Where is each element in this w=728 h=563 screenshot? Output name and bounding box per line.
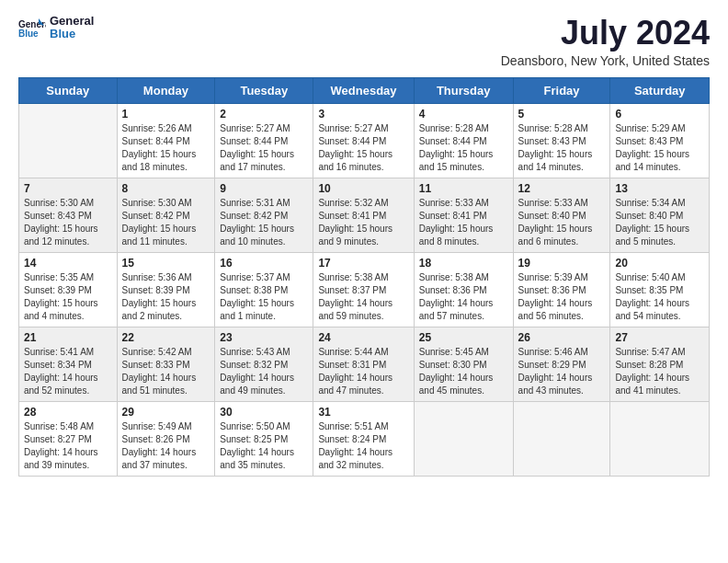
calendar-cell: 22Sunrise: 5:42 AM Sunset: 8:33 PM Dayli… xyxy=(117,327,215,401)
logo: General Blue General Blue xyxy=(18,15,94,41)
weekday-header-wednesday: Wednesday xyxy=(313,77,414,103)
day-info: Sunrise: 5:46 AM Sunset: 8:29 PM Dayligh… xyxy=(518,346,606,397)
day-number: 7 xyxy=(24,182,112,195)
day-info: Sunrise: 5:38 AM Sunset: 8:36 PM Dayligh… xyxy=(419,271,508,323)
day-info: Sunrise: 5:27 AM Sunset: 8:44 PM Dayligh… xyxy=(220,122,308,174)
location: Deansboro, New York, United States xyxy=(501,53,710,68)
day-number: 25 xyxy=(419,331,508,344)
svg-text:Blue: Blue xyxy=(18,29,39,39)
day-info: Sunrise: 5:26 AM Sunset: 8:44 PM Dayligh… xyxy=(122,122,210,174)
day-info: Sunrise: 5:33 AM Sunset: 8:40 PM Dayligh… xyxy=(518,197,606,248)
calendar-cell: 19Sunrise: 5:39 AM Sunset: 8:36 PM Dayli… xyxy=(513,252,610,327)
day-number: 2 xyxy=(220,108,308,121)
calendar-cell: 15Sunrise: 5:36 AM Sunset: 8:39 PM Dayli… xyxy=(117,252,215,327)
calendar-cell: 30Sunrise: 5:50 AM Sunset: 8:25 PM Dayli… xyxy=(215,401,313,476)
month-title: July 2024 xyxy=(501,15,710,52)
calendar-cell: 23Sunrise: 5:43 AM Sunset: 8:32 PM Dayli… xyxy=(215,327,313,401)
day-number: 6 xyxy=(615,108,704,121)
week-row-2: 7Sunrise: 5:30 AM Sunset: 8:43 PM Daylig… xyxy=(19,178,710,252)
calendar-cell: 26Sunrise: 5:46 AM Sunset: 8:29 PM Dayli… xyxy=(513,327,610,401)
calendar-cell xyxy=(513,401,610,476)
day-number: 11 xyxy=(419,182,508,195)
calendar-cell: 17Sunrise: 5:38 AM Sunset: 8:37 PM Dayli… xyxy=(313,252,414,327)
day-number: 1 xyxy=(122,108,210,121)
weekday-header-tuesday: Tuesday xyxy=(215,77,313,103)
calendar-cell: 7Sunrise: 5:30 AM Sunset: 8:43 PM Daylig… xyxy=(19,178,118,252)
day-number: 17 xyxy=(318,257,408,270)
day-number: 27 xyxy=(615,331,704,344)
calendar-cell: 31Sunrise: 5:51 AM Sunset: 8:24 PM Dayli… xyxy=(313,401,414,476)
day-number: 5 xyxy=(518,108,606,121)
day-info: Sunrise: 5:35 AM Sunset: 8:39 PM Dayligh… xyxy=(24,271,112,323)
day-number: 31 xyxy=(318,406,408,419)
day-info: Sunrise: 5:32 AM Sunset: 8:41 PM Dayligh… xyxy=(318,197,408,248)
calendar-cell: 25Sunrise: 5:45 AM Sunset: 8:30 PM Dayli… xyxy=(414,327,513,401)
calendar-cell: 11Sunrise: 5:33 AM Sunset: 8:41 PM Dayli… xyxy=(414,178,513,252)
weekday-header-row: SundayMondayTuesdayWednesdayThursdayFrid… xyxy=(19,77,710,103)
calendar-cell: 9Sunrise: 5:31 AM Sunset: 8:42 PM Daylig… xyxy=(215,178,313,252)
day-number: 15 xyxy=(122,257,210,270)
calendar-cell: 3Sunrise: 5:27 AM Sunset: 8:44 PM Daylig… xyxy=(313,103,414,178)
weekday-header-saturday: Saturday xyxy=(610,77,710,103)
calendar-cell: 4Sunrise: 5:28 AM Sunset: 8:44 PM Daylig… xyxy=(414,103,513,178)
day-number: 10 xyxy=(318,182,408,195)
calendar-cell: 27Sunrise: 5:47 AM Sunset: 8:28 PM Dayli… xyxy=(610,327,710,401)
day-number: 4 xyxy=(419,108,508,121)
calendar: SundayMondayTuesdayWednesdayThursdayFrid… xyxy=(18,77,710,477)
day-info: Sunrise: 5:42 AM Sunset: 8:33 PM Dayligh… xyxy=(122,346,210,397)
day-number: 13 xyxy=(615,182,704,195)
day-number: 14 xyxy=(24,257,112,270)
day-number: 28 xyxy=(24,406,112,419)
logo-general: General xyxy=(50,15,94,28)
day-number: 16 xyxy=(220,257,308,270)
calendar-cell xyxy=(610,401,710,476)
calendar-cell: 10Sunrise: 5:32 AM Sunset: 8:41 PM Dayli… xyxy=(313,178,414,252)
logo-blue: Blue xyxy=(50,28,94,40)
day-number: 30 xyxy=(220,406,308,419)
calendar-cell: 13Sunrise: 5:34 AM Sunset: 8:40 PM Dayli… xyxy=(610,178,710,252)
calendar-cell: 29Sunrise: 5:49 AM Sunset: 8:26 PM Dayli… xyxy=(117,401,215,476)
calendar-cell: 20Sunrise: 5:40 AM Sunset: 8:35 PM Dayli… xyxy=(610,252,710,327)
day-info: Sunrise: 5:36 AM Sunset: 8:39 PM Dayligh… xyxy=(122,271,210,323)
calendar-cell: 1Sunrise: 5:26 AM Sunset: 8:44 PM Daylig… xyxy=(117,103,215,178)
day-info: Sunrise: 5:51 AM Sunset: 8:24 PM Dayligh… xyxy=(318,420,408,472)
day-number: 26 xyxy=(518,331,606,344)
day-info: Sunrise: 5:28 AM Sunset: 8:43 PM Dayligh… xyxy=(518,122,606,174)
day-number: 23 xyxy=(220,331,308,344)
day-info: Sunrise: 5:37 AM Sunset: 8:38 PM Dayligh… xyxy=(220,271,308,323)
calendar-cell: 16Sunrise: 5:37 AM Sunset: 8:38 PM Dayli… xyxy=(215,252,313,327)
day-number: 29 xyxy=(122,406,210,419)
weekday-header-sunday: Sunday xyxy=(19,77,118,103)
calendar-cell: 21Sunrise: 5:41 AM Sunset: 8:34 PM Dayli… xyxy=(19,327,118,401)
day-number: 19 xyxy=(518,257,606,270)
day-number: 21 xyxy=(24,331,112,344)
day-number: 18 xyxy=(419,257,508,270)
calendar-cell: 12Sunrise: 5:33 AM Sunset: 8:40 PM Dayli… xyxy=(513,178,610,252)
week-row-3: 14Sunrise: 5:35 AM Sunset: 8:39 PM Dayli… xyxy=(19,252,710,327)
weekday-header-friday: Friday xyxy=(513,77,610,103)
day-info: Sunrise: 5:45 AM Sunset: 8:30 PM Dayligh… xyxy=(419,346,508,397)
calendar-cell xyxy=(414,401,513,476)
day-info: Sunrise: 5:41 AM Sunset: 8:34 PM Dayligh… xyxy=(24,346,112,397)
day-info: Sunrise: 5:34 AM Sunset: 8:40 PM Dayligh… xyxy=(615,197,704,248)
calendar-cell: 6Sunrise: 5:29 AM Sunset: 8:43 PM Daylig… xyxy=(610,103,710,178)
day-info: Sunrise: 5:40 AM Sunset: 8:35 PM Dayligh… xyxy=(615,271,704,323)
week-row-5: 28Sunrise: 5:48 AM Sunset: 8:27 PM Dayli… xyxy=(19,401,710,476)
day-info: Sunrise: 5:49 AM Sunset: 8:26 PM Dayligh… xyxy=(122,420,210,472)
day-info: Sunrise: 5:33 AM Sunset: 8:41 PM Dayligh… xyxy=(419,197,508,248)
day-number: 20 xyxy=(615,257,704,270)
calendar-cell: 24Sunrise: 5:44 AM Sunset: 8:31 PM Dayli… xyxy=(313,327,414,401)
day-number: 22 xyxy=(122,331,210,344)
calendar-cell: 28Sunrise: 5:48 AM Sunset: 8:27 PM Dayli… xyxy=(19,401,118,476)
day-info: Sunrise: 5:30 AM Sunset: 8:42 PM Dayligh… xyxy=(122,197,210,248)
day-info: Sunrise: 5:47 AM Sunset: 8:28 PM Dayligh… xyxy=(615,346,704,397)
day-number: 3 xyxy=(318,108,408,121)
calendar-cell: 14Sunrise: 5:35 AM Sunset: 8:39 PM Dayli… xyxy=(19,252,118,327)
day-info: Sunrise: 5:38 AM Sunset: 8:37 PM Dayligh… xyxy=(318,271,408,323)
day-info: Sunrise: 5:39 AM Sunset: 8:36 PM Dayligh… xyxy=(518,271,606,323)
weekday-header-thursday: Thursday xyxy=(414,77,513,103)
day-info: Sunrise: 5:44 AM Sunset: 8:31 PM Dayligh… xyxy=(318,346,408,397)
day-info: Sunrise: 5:48 AM Sunset: 8:27 PM Dayligh… xyxy=(24,420,112,472)
day-info: Sunrise: 5:31 AM Sunset: 8:42 PM Dayligh… xyxy=(220,197,308,248)
logo-icon: General Blue xyxy=(18,17,46,39)
